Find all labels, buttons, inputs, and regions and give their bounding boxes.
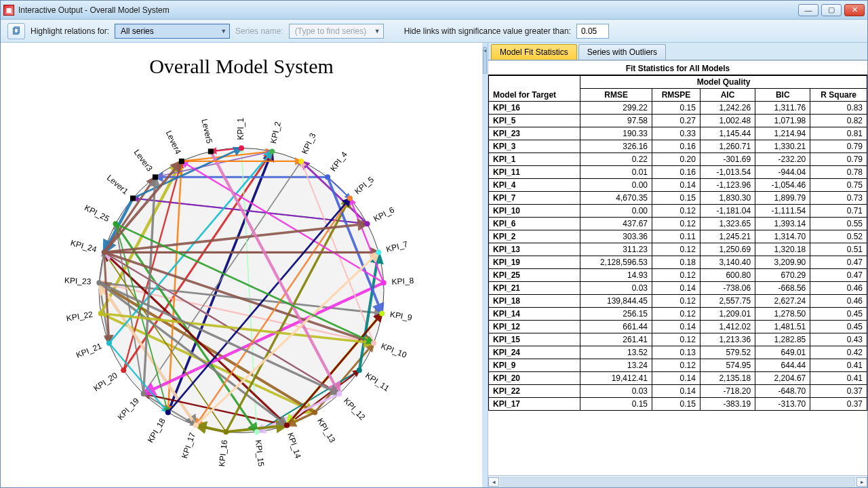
chart-node[interactable] bbox=[102, 250, 107, 256]
scroll-thumb[interactable] bbox=[501, 478, 854, 486]
chart-node[interactable] bbox=[365, 221, 370, 226]
table-row[interactable]: KPI_10.220.20-301.69-232.200.79 bbox=[489, 153, 867, 166]
chart-node[interactable] bbox=[254, 430, 260, 435]
chart-node[interactable] bbox=[98, 311, 104, 317]
table-row[interactable]: KPI_12661.440.141,412.021,481.510.45 bbox=[489, 321, 867, 333]
table-row[interactable]: KPI_2514.930.12600.80670.290.47 bbox=[489, 269, 867, 282]
table-row[interactable]: KPI_192,128,596.530.183,140.403,209.900.… bbox=[489, 256, 867, 269]
chart-node[interactable] bbox=[165, 410, 171, 415]
chevron-down-icon: ▼ bbox=[374, 28, 380, 35]
cell-target: KPI_10 bbox=[489, 205, 580, 218]
horizontal-scrollbar[interactable]: ◂ ▸ bbox=[488, 475, 867, 487]
cell-value: 2,128,596.53 bbox=[580, 256, 652, 269]
scroll-right-icon[interactable]: ▸ bbox=[856, 477, 867, 487]
table-row[interactable]: KPI_16299.220.151,242.261,311.760.83 bbox=[489, 102, 867, 115]
chart-node[interactable] bbox=[208, 149, 214, 155]
table-row[interactable]: KPI_23190.330.331,145.441,214.940.81 bbox=[489, 127, 867, 140]
table-row[interactable]: KPI_40.000.14-1,123.96-1,054.460.75 bbox=[489, 179, 867, 192]
table-row[interactable]: KPI_210.030.14-738.06-668.560.46 bbox=[489, 282, 867, 295]
cell-value: 0.45 bbox=[810, 308, 867, 321]
table-row[interactable]: KPI_913.240.12574.95644.440.41 bbox=[489, 359, 867, 372]
chart-node[interactable] bbox=[379, 311, 384, 317]
table-row[interactable]: KPI_3326.160.161,260.711,330.210.79 bbox=[489, 140, 867, 153]
chart-node[interactable] bbox=[381, 280, 387, 285]
cell-value: 1,260.71 bbox=[700, 140, 755, 153]
chart-node-label: KPI_9 bbox=[389, 310, 413, 323]
splitter[interactable]: ◂ bbox=[482, 43, 488, 487]
highlight-series-combo[interactable]: All series ▼ bbox=[115, 24, 230, 39]
chart-node[interactable] bbox=[371, 341, 376, 346]
chart-node[interactable] bbox=[153, 175, 158, 180]
cell-value: 649.01 bbox=[755, 346, 810, 359]
table-row[interactable]: KPI_15261.410.121,213.361,282.850.43 bbox=[489, 333, 867, 346]
cell-value: 13.24 bbox=[580, 359, 652, 372]
table-row[interactable]: KPI_18139,844.450.122,557.752,627.240.46 bbox=[489, 295, 867, 308]
close-button[interactable]: ✕ bbox=[844, 4, 865, 16]
cell-value: 0.55 bbox=[810, 218, 867, 230]
chart-node[interactable] bbox=[376, 250, 381, 256]
cell-value: 0.20 bbox=[652, 153, 701, 166]
cell-value: 0.51 bbox=[810, 243, 867, 256]
chart-node[interactable] bbox=[269, 149, 275, 155]
table-row[interactable]: KPI_100.000.12-1,181.04-1,111.540.71 bbox=[489, 205, 867, 218]
minimize-button[interactable]: — bbox=[798, 4, 818, 16]
series-name-combo[interactable]: (Type to find series) ▼ bbox=[289, 24, 384, 39]
table-row[interactable]: KPI_2413.520.13579.52649.010.42 bbox=[489, 346, 867, 359]
chart-node[interactable] bbox=[121, 368, 126, 373]
tab-model-fit[interactable]: Model Fit Statistics bbox=[491, 44, 577, 60]
chart-node[interactable] bbox=[223, 430, 229, 435]
scroll-track[interactable] bbox=[500, 477, 855, 487]
chart-node[interactable] bbox=[312, 410, 317, 415]
chart-node[interactable] bbox=[347, 196, 353, 201]
chart-node[interactable] bbox=[284, 423, 290, 428]
app-window: ▦ Interactive Output - Overall Model Sys… bbox=[0, 0, 868, 488]
fit-table-area[interactable]: Fit Statistics for All Models Model for … bbox=[488, 60, 867, 475]
table-row[interactable]: KPI_220.030.14-718.20-648.700.37 bbox=[489, 385, 867, 398]
chart-node[interactable] bbox=[141, 391, 146, 396]
cell-value: 0.14 bbox=[652, 385, 701, 398]
chart-node-label: Lever4 bbox=[164, 129, 183, 156]
chart-node[interactable] bbox=[96, 280, 102, 285]
maximize-button[interactable]: ▢ bbox=[821, 4, 842, 16]
table-row[interactable]: KPI_110.010.16-1,013.54-944.040.78 bbox=[489, 166, 867, 179]
chart-node[interactable] bbox=[239, 146, 244, 151]
table-row[interactable]: KPI_74,670.350.151,830.301,899.790.73 bbox=[489, 192, 867, 205]
chart-node[interactable] bbox=[298, 159, 304, 164]
chart-node[interactable] bbox=[106, 341, 112, 346]
chart-node-label: Lever1 bbox=[105, 173, 130, 197]
table-row[interactable]: KPI_2303.360.111,245.211,314.700.52 bbox=[489, 230, 867, 243]
significance-threshold-input[interactable]: 0.05 bbox=[576, 24, 609, 39]
cell-value: 256.15 bbox=[580, 308, 652, 321]
table-row[interactable]: KPI_597.580.271,002.481,071.980.82 bbox=[489, 115, 867, 127]
chart-node-label: KPI_1 bbox=[236, 118, 245, 140]
chart-node[interactable] bbox=[336, 391, 342, 396]
scroll-left-icon[interactable]: ◂ bbox=[488, 477, 499, 487]
cell-value: 0.73 bbox=[810, 192, 867, 205]
chart-node[interactable] bbox=[325, 175, 330, 180]
chart-node[interactable] bbox=[113, 221, 118, 226]
splitter-grip-icon: ◂ bbox=[483, 47, 487, 74]
highlight-series-value: All series bbox=[121, 26, 154, 36]
table-row[interactable]: KPI_2019,412.410.142,135.182,204.670.41 bbox=[489, 372, 867, 385]
table-row[interactable]: KPI_14256.150.121,209.011,278.500.45 bbox=[489, 308, 867, 321]
chart-node[interactable] bbox=[179, 159, 184, 164]
cell-value: 303.36 bbox=[580, 230, 652, 243]
cell-value: 0.00 bbox=[580, 205, 652, 218]
cell-value: 0.15 bbox=[652, 192, 701, 205]
chart-node[interactable] bbox=[357, 368, 362, 373]
copy-button[interactable] bbox=[7, 23, 25, 39]
tab-series-outliers[interactable]: Series with Outliers bbox=[578, 44, 666, 60]
cell-target: KPI_23 bbox=[489, 127, 580, 140]
chart-node[interactable] bbox=[130, 196, 136, 201]
table-row[interactable]: KPI_170.150.15-383.19-313.700.37 bbox=[489, 398, 867, 411]
cell-value: 0.43 bbox=[810, 333, 867, 346]
table-row[interactable]: KPI_13311.230.121,250.691,320.180.51 bbox=[489, 243, 867, 256]
app-icon: ▦ bbox=[3, 5, 14, 16]
chart-node[interactable] bbox=[193, 423, 199, 428]
cell-value: 2,557.75 bbox=[700, 295, 755, 308]
network-chart[interactable]: KPI_1KPI_2KPI_3KPI_4KPI_5KPI_6KPI_7KPI_8… bbox=[52, 101, 431, 483]
table-row[interactable]: KPI_6437.670.121,323.651,393.140.55 bbox=[489, 218, 867, 230]
cell-value: 0.16 bbox=[652, 140, 701, 153]
cell-value: 0.12 bbox=[652, 218, 701, 230]
cell-value: 261.41 bbox=[580, 333, 652, 346]
